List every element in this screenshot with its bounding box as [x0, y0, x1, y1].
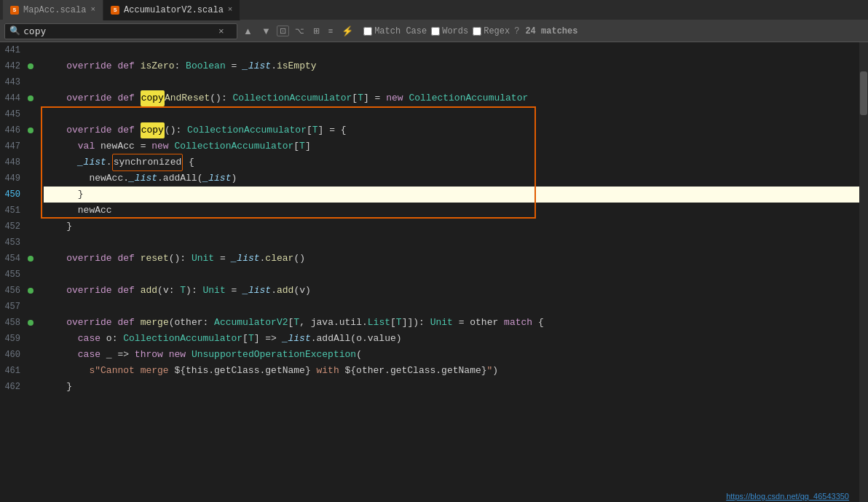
- regex-label: Regex: [484, 26, 510, 36]
- match-case-option[interactable]: Match Case: [363, 26, 427, 36]
- code-text: def: [117, 58, 134, 74]
- words-option[interactable]: Words: [431, 26, 468, 36]
- tab-mapAcc[interactable]: S MapAcc.scala ×: [3, 0, 103, 20]
- code-text: [44, 331, 78, 347]
- prev-match-button[interactable]: ▲: [240, 25, 256, 37]
- code-text: ):: [186, 283, 202, 299]
- line-num-458: 458: [0, 318, 26, 328]
- tab-accV2-close[interactable]: ×: [228, 6, 233, 14]
- breakpoint-446[interactable]: [28, 128, 33, 133]
- code-text: _list: [202, 170, 231, 187]
- code-line-462: }: [44, 379, 859, 395]
- code-text: =: [226, 58, 242, 74]
- code-text: ): [492, 363, 498, 379]
- code-text: ] =>: [254, 331, 283, 347]
- code-text: override: [66, 283, 111, 299]
- line-num-457: 457: [0, 302, 26, 312]
- code-line-452: }: [44, 219, 859, 235]
- code-text: UnsupportedOperationException: [192, 347, 356, 363]
- vertical-scrollbar[interactable]: [859, 42, 868, 502]
- code-text: override: [66, 315, 111, 331]
- code-text: List: [368, 315, 390, 331]
- gutter-row-449: 449: [0, 170, 35, 187]
- code-text: (: [356, 347, 362, 363]
- tab-mapAcc-close[interactable]: ×: [90, 6, 95, 14]
- code-text: Unit: [192, 251, 214, 267]
- code-text: s"Cannot merge: [89, 363, 174, 379]
- breakpoint-442[interactable]: [28, 63, 33, 69]
- code-text: =: [226, 283, 242, 299]
- code-text: [: [293, 138, 299, 154]
- code-line-442: override def isZero: Boolean = _list.isE…: [44, 58, 859, 74]
- watermark[interactable]: https://blog.csdn.net/qq_46543350: [726, 492, 849, 501]
- breakpoint-456[interactable]: [28, 288, 33, 294]
- code-text: Unit: [430, 315, 453, 331]
- gutter-row-442: 442: [0, 58, 35, 74]
- regex-option[interactable]: Regex: [473, 26, 510, 36]
- line-num-461: 461: [0, 366, 26, 376]
- breakpoint-454[interactable]: [28, 256, 33, 262]
- code-line-451: newAcc: [44, 203, 859, 219]
- line-num-460: 460: [0, 350, 26, 360]
- breakpoint-444[interactable]: [28, 95, 33, 101]
- code-text: reset: [141, 251, 169, 267]
- line-num-453: 453: [0, 238, 26, 248]
- line-num-451: 451: [0, 205, 26, 216]
- breakpoint-458[interactable]: [28, 320, 33, 326]
- code-area[interactable]: override def isZero: Boolean = _list.isE…: [41, 42, 859, 502]
- code-text: [44, 154, 78, 170]
- tab-accV2[interactable]: S AccumulatorV2.scala ×: [103, 0, 240, 20]
- toggle-button2[interactable]: ⊞: [310, 26, 323, 36]
- code-text: .addAll(o.value): [311, 331, 402, 347]
- tab-mapAcc-label: MapAcc.scala: [23, 5, 86, 15]
- code-text: _list: [129, 170, 157, 187]
- code-text: newAcc: [44, 203, 112, 219]
- code-text: .: [106, 154, 112, 170]
- code-line-449: newAcc._list.addAll(_list): [44, 170, 859, 187]
- multiline-button[interactable]: ⌥: [292, 26, 307, 36]
- words-checkbox[interactable]: [431, 27, 440, 36]
- code-text: _list: [242, 58, 271, 74]
- code-text: add: [141, 283, 157, 299]
- code-text: clear: [265, 251, 293, 267]
- help-icon[interactable]: ?: [514, 26, 519, 36]
- code-text: [163, 347, 169, 363]
- code-text: (v): [293, 283, 310, 299]
- gutter-icon-458: [26, 320, 35, 326]
- code-text: isZero: [141, 58, 175, 74]
- toggle-button3[interactable]: ≡: [326, 26, 336, 36]
- search-input[interactable]: [23, 26, 213, 36]
- code-text: CollectionAccumulator: [233, 90, 352, 106]
- code-text: [112, 283, 118, 299]
- gutter-row-462: 462: [0, 379, 35, 395]
- code-text: AndReset: [165, 90, 210, 106]
- code-text: _list: [78, 154, 106, 170]
- editor-container: 441 442 443 444 445 446 447: [0, 42, 868, 502]
- regex-checkbox[interactable]: [473, 27, 481, 36]
- code-text: CollectionAccumulator: [409, 90, 528, 106]
- gutter-icon-454: [26, 256, 35, 262]
- code-text: [112, 251, 118, 267]
- find-all-button[interactable]: ⊡: [277, 26, 289, 36]
- code-text: def: [117, 283, 134, 299]
- code-line-455: [44, 267, 859, 283]
- code-text: [44, 58, 66, 74]
- code-line-450: }: [44, 187, 859, 203]
- tab-bar: S MapAcc.scala × S AccumulatorV2.scala ×: [0, 0, 868, 20]
- code-text: [: [288, 315, 294, 331]
- gutter-icon-444: [26, 95, 35, 101]
- code-line-441: [44, 42, 859, 58]
- code-text: .: [271, 58, 277, 74]
- code-text: [: [242, 331, 248, 347]
- clear-search-button[interactable]: ×: [216, 25, 227, 37]
- gutter-row-450: 450: [0, 187, 35, 203]
- gutter-row-443: 443: [0, 74, 35, 90]
- line-num-454: 454: [0, 254, 26, 264]
- next-match-button[interactable]: ▼: [259, 25, 274, 37]
- scrollbar-thumb[interactable]: [860, 71, 867, 115]
- match-case-checkbox[interactable]: [363, 27, 372, 36]
- gutter-row-453: 453: [0, 235, 35, 251]
- code-text: _list: [242, 283, 271, 299]
- filter-button[interactable]: ⚡: [339, 25, 356, 37]
- code-line-446: override def copy(): CollectionAccumulat…: [44, 122, 859, 138]
